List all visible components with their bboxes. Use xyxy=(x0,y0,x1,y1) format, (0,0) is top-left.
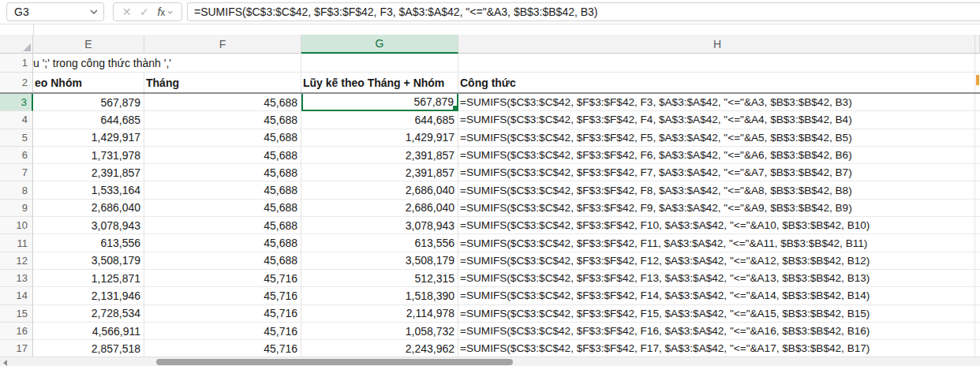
cell-g[interactable]: 1,429,917 xyxy=(301,129,458,147)
scroll-left-icon[interactable] xyxy=(3,360,7,366)
cell-e[interactable]: 2,391,857 xyxy=(33,164,144,181)
cell-h[interactable]: =SUMIFS($C$3:$C$42, $F$3:$F$42, F4, $A$3… xyxy=(458,111,975,129)
cell-g[interactable]: 2,243,962 xyxy=(301,340,458,357)
cell-h[interactable]: =SUMIFS($C$3:$C$42, $F$3:$F$42, F12, $A$… xyxy=(458,252,975,270)
row-header[interactable]: 13 xyxy=(0,270,33,287)
cell-f[interactable]: 45,688 xyxy=(144,200,301,217)
cell-e[interactable]: 1,429,917 xyxy=(33,129,144,147)
cell-f[interactable]: 45,716 xyxy=(144,340,301,357)
cell-f[interactable]: 45,716 xyxy=(144,305,301,323)
row-header[interactable]: 9 xyxy=(0,200,33,217)
cell-g[interactable]: 512,315 xyxy=(301,270,458,287)
cell-e[interactable]: 567,879 xyxy=(33,94,144,111)
cell-h[interactable]: =SUMIFS($C$3:$C$42, $F$3:$F$42, F6, $A$3… xyxy=(458,147,975,164)
cancel-icon[interactable]: ✕ xyxy=(122,6,132,17)
column-header-g[interactable]: G xyxy=(301,35,458,54)
chevron-down-icon[interactable] xyxy=(90,9,98,14)
name-box[interactable]: G3 xyxy=(6,2,104,21)
cell-e[interactable]: 644,685 xyxy=(33,111,144,129)
cell-f2[interactable]: Tháng xyxy=(144,73,301,92)
cell-e[interactable]: 3,508,179 xyxy=(33,252,144,270)
column-header-f[interactable]: F xyxy=(144,35,301,54)
horizontal-scrollbar[interactable] xyxy=(0,357,980,366)
cell-f[interactable]: 45,688 xyxy=(144,164,301,181)
name-box-value[interactable]: G3 xyxy=(7,6,90,18)
cell-h[interactable]: =SUMIFS($C$3:$C$42, $F$3:$F$42, F7, $A$3… xyxy=(458,164,975,181)
cell-h2[interactable]: Công thức xyxy=(458,73,975,92)
cell-g[interactable]: 3,508,179 xyxy=(301,252,458,270)
cell-h[interactable]: =SUMIFS($C$3:$C$42, $F$3:$F$42, F17, $A$… xyxy=(458,340,975,357)
row-header-2[interactable]: 2 xyxy=(0,73,33,92)
column-header-h[interactable]: H xyxy=(458,35,975,54)
insert-function-icon[interactable]: fx xyxy=(157,6,173,17)
row-header[interactable]: 4 xyxy=(0,111,33,129)
cell-g[interactable]: 1,058,732 xyxy=(301,323,458,340)
cell-g[interactable]: 567,879 xyxy=(301,94,458,111)
cell-h[interactable]: =SUMIFS($C$3:$C$42, $F$3:$F$42, F14, $A$… xyxy=(458,287,975,304)
row-header[interactable]: 14 xyxy=(0,287,33,304)
row-header[interactable]: 15 xyxy=(0,305,33,323)
cell-g[interactable]: 2,686,040 xyxy=(301,181,458,199)
select-all-corner[interactable] xyxy=(0,35,33,54)
cell-g[interactable]: 2,391,857 xyxy=(301,164,458,181)
cell-f[interactable]: 45,688 xyxy=(144,234,301,252)
cell-h[interactable]: =SUMIFS($C$3:$C$42, $F$3:$F$42, F3, $A$3… xyxy=(458,94,975,111)
cell-e[interactable]: 2,131,946 xyxy=(33,287,144,304)
cell-e[interactable]: 1,533,164 xyxy=(33,181,144,199)
cell-f[interactable]: 45,716 xyxy=(144,287,301,304)
cell-g[interactable]: 2,114,978 xyxy=(301,305,458,323)
row-header[interactable]: 6 xyxy=(0,147,33,164)
cell-f[interactable]: 45,688 xyxy=(144,147,301,164)
row-header[interactable]: 10 xyxy=(0,217,33,234)
cell-g[interactable]: 2,686,040 xyxy=(301,200,458,217)
row-header[interactable]: 12 xyxy=(0,252,33,270)
cell-h[interactable]: =SUMIFS($C$3:$C$42, $F$3:$F$42, F8, $A$3… xyxy=(458,181,975,199)
cell-f[interactable]: 45,688 xyxy=(144,252,301,270)
cell-g[interactable]: 2,391,857 xyxy=(301,147,458,164)
cell-e2[interactable]: eo Nhóm xyxy=(33,73,144,92)
cell-e[interactable]: 2,686,040 xyxy=(33,200,144,217)
cell-h[interactable]: =SUMIFS($C$3:$C$42, $F$3:$F$42, F16, $A$… xyxy=(458,323,975,340)
cell-g[interactable]: 613,556 xyxy=(301,234,458,252)
cell-e[interactable]: 2,728,534 xyxy=(33,305,144,323)
cell-f[interactable]: 45,688 xyxy=(144,94,301,111)
cell-g[interactable]: 1,518,390 xyxy=(301,287,458,304)
cell-f[interactable]: 45,688 xyxy=(144,181,301,199)
cell-e[interactable]: 3,078,943 xyxy=(33,217,144,234)
row-header[interactable]: 11 xyxy=(0,234,33,252)
cell-g2[interactable]: Lũy kế theo Tháng + Nhóm xyxy=(301,73,458,92)
formula-input[interactable]: =SUMIFS($C$3:$C$42, $F$3:$F$42, F3, $A$3… xyxy=(187,2,980,21)
cell-e[interactable]: 1,731,978 xyxy=(33,147,144,164)
cell-note-spill[interactable]: u ';' trong công thức thành ',' xyxy=(33,54,301,73)
column-header-e[interactable]: E xyxy=(33,35,144,54)
row-header[interactable]: 3 xyxy=(0,94,33,111)
cell-e[interactable]: 1,125,871 xyxy=(33,270,144,287)
cell-f[interactable]: 45,688 xyxy=(144,129,301,147)
cell-h[interactable]: =SUMIFS($C$3:$C$42, $F$3:$F$42, F13, $A$… xyxy=(458,270,975,287)
cell-h[interactable]: =SUMIFS($C$3:$C$42, $F$3:$F$42, F9, $A$3… xyxy=(458,200,975,217)
cell-g1[interactable] xyxy=(301,54,458,73)
cell-e[interactable]: 4,566,911 xyxy=(33,323,144,340)
row-header[interactable]: 17 xyxy=(0,340,33,357)
cell-f[interactable]: 45,716 xyxy=(144,323,301,340)
row-header-1[interactable]: 1 xyxy=(0,54,33,73)
row-header[interactable]: 7 xyxy=(0,164,33,181)
cell-g[interactable]: 644,685 xyxy=(301,111,458,129)
enter-icon[interactable]: ✓ xyxy=(140,6,149,17)
cell-h[interactable]: =SUMIFS($C$3:$C$42, $F$3:$F$42, F15, $A$… xyxy=(458,305,975,323)
cell-h[interactable]: =SUMIFS($C$3:$C$42, $F$3:$F$42, F5, $A$3… xyxy=(458,129,975,147)
cell-g[interactable]: 3,078,943 xyxy=(301,217,458,234)
row-header[interactable]: 8 xyxy=(0,181,33,199)
cell-e[interactable]: 2,857,518 xyxy=(33,340,144,357)
scrollbar-thumb[interactable] xyxy=(156,359,513,365)
cell-f[interactable]: 45,716 xyxy=(144,270,301,287)
cell-h[interactable]: =SUMIFS($C$3:$C$42, $F$3:$F$42, F10, $A$… xyxy=(458,217,975,234)
cell-f[interactable]: 45,688 xyxy=(144,111,301,129)
fill-handle[interactable] xyxy=(452,105,458,110)
cell-f[interactable]: 45,688 xyxy=(144,217,301,234)
cell-h1[interactable] xyxy=(458,54,975,73)
cell-h[interactable]: =SUMIFS($C$3:$C$42, $F$3:$F$42, F11, $A$… xyxy=(458,234,975,252)
row-header[interactable]: 16 xyxy=(0,323,33,340)
row-header[interactable]: 5 xyxy=(0,129,33,147)
cell-e[interactable]: 613,556 xyxy=(33,234,144,252)
